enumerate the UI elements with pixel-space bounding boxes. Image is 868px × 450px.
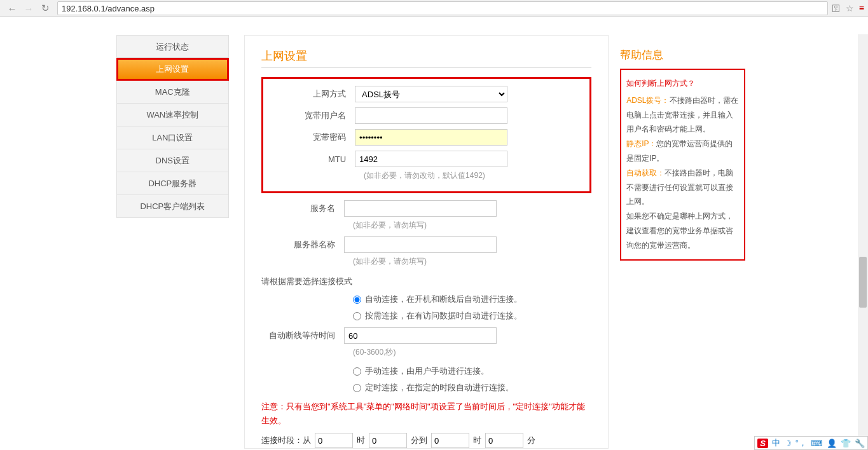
section-connect-mode: 请根据需要选择连接模式	[261, 276, 591, 287]
ime-keyboard-icon[interactable]: ⌨	[811, 439, 823, 448]
ime-lang[interactable]: 中	[772, 437, 780, 449]
help-auto-key: 自动获取：	[626, 168, 665, 177]
time-to-hour[interactable]	[431, 433, 469, 448]
service-hint: (如非必要，请勿填写)	[261, 220, 591, 231]
sidebar-item-dhcp-server[interactable]: DHCP服务器	[116, 172, 230, 195]
server-hint: (如非必要，请勿填写)	[261, 256, 591, 267]
ime-skin-icon[interactable]: 👕	[841, 439, 851, 448]
sidebar-item-dns[interactable]: DNS设置	[116, 149, 230, 172]
help-adsl-key: ADSL拨号：	[626, 96, 669, 105]
sidebar-item-mac-clone[interactable]: MAC克隆	[116, 81, 230, 104]
sidebar: 运行状态 上网设置 MAC克隆 WAN速率控制 LAN口设置 DNS设置 DHC…	[116, 35, 230, 449]
key-icon[interactable]: ⚿	[832, 3, 841, 13]
ime-bar[interactable]: S 中 ☽ °， ⌨ 👤 👕 🔧	[754, 436, 868, 450]
page-title: 上网设置	[261, 48, 591, 68]
server-input[interactable]	[344, 236, 497, 253]
time-from-hour[interactable]	[315, 433, 353, 448]
menu-icon[interactable]: ≡	[859, 3, 864, 13]
radio-timed[interactable]	[353, 384, 361, 392]
sidebar-item-wan-speed[interactable]: WAN速率控制	[116, 104, 230, 126]
scrollbar-thumb[interactable]	[859, 257, 867, 308]
radio-demand-label: 按需连接，在有访问数据时自动进行连接。	[365, 310, 522, 322]
primary-settings-box: 上网方式 ADSL拨号 宽带用户名 宽带密码 MTU	[261, 77, 591, 193]
conn-type-label: 上网方式	[272, 88, 355, 100]
forward-button[interactable]: →	[20, 1, 37, 15]
radio-manual-label: 手动连接，由用户手动进行连接。	[365, 365, 489, 377]
ime-moon-icon[interactable]: ☽	[784, 439, 792, 448]
help-question: 如何判断上网方式？	[626, 76, 739, 91]
time-from-min[interactable]	[369, 433, 407, 448]
mtu-input[interactable]	[355, 151, 507, 167]
sogou-icon[interactable]: S	[757, 439, 768, 448]
main-panel: 上网设置 上网方式 ADSL拨号 宽带用户名 宽带密码	[244, 35, 609, 449]
url-text: 192.168.0.1/advance.asp	[62, 4, 155, 13]
help-footer: 如果您不确定是哪种上网方式，建议查看您的宽带业务单据或咨询您的宽带运营商。	[626, 209, 739, 252]
mtu-hint: (如非必要，请勿改动，默认值1492)	[272, 170, 581, 181]
browser-toolbar: ← → ↻ 192.168.0.1/advance.asp ⚿ ☆ ≡	[0, 0, 868, 17]
radio-demand[interactable]	[353, 312, 361, 320]
radio-auto[interactable]	[353, 296, 361, 304]
idle-hint: (60-3600,秒)	[261, 347, 591, 358]
help-title: 帮助信息	[620, 48, 745, 62]
page: 运行状态 上网设置 MAC克隆 WAN速率控制 LAN口设置 DNS设置 DHC…	[0, 17, 868, 450]
scrollbar[interactable]	[858, 34, 868, 450]
username-input[interactable]	[355, 107, 507, 124]
radio-manual[interactable]	[353, 367, 361, 376]
server-label: 服务器名称	[261, 239, 344, 250]
star-icon[interactable]: ☆	[846, 3, 854, 13]
help-static-key: 静态IP：	[626, 139, 656, 148]
password-input[interactable]	[355, 129, 507, 146]
address-bar[interactable]: 192.168.0.1/advance.asp	[57, 1, 828, 15]
service-label: 服务名	[261, 203, 344, 214]
help-box: 如何判断上网方式？ ADSL拨号：不接路由器时，需在电脑上点击宽带连接，并且输入…	[620, 69, 745, 261]
sidebar-item-dhcp-clients[interactable]: DHCP客户端列表	[116, 195, 230, 218]
back-button[interactable]: ←	[4, 1, 20, 15]
username-label: 宽带用户名	[272, 110, 355, 121]
sidebar-item-status[interactable]: 运行状态	[116, 35, 230, 58]
idle-label: 自动断线等待时间	[261, 330, 344, 341]
time-to-min[interactable]	[485, 433, 523, 448]
radio-auto-label: 自动连接，在开机和断线后自动进行连接。	[365, 294, 522, 305]
time-range-row: 连接时段：从 时 分到 时 分	[261, 433, 591, 448]
conn-type-select[interactable]: ADSL拨号	[355, 86, 507, 102]
sidebar-item-lan[interactable]: LAN口设置	[116, 126, 230, 149]
notice-text: 注意：只有当您到"系统工具"菜单的"网络时间"项设置了当前时间后，"定时连接"功…	[261, 400, 591, 428]
idle-input[interactable]	[344, 327, 497, 344]
help-panel: 帮助信息 如何判断上网方式？ ADSL拨号：不接路由器时，需在电脑上点击宽带连接…	[620, 35, 752, 449]
ime-punct-icon[interactable]: °，	[796, 437, 807, 449]
ime-tool-icon[interactable]: 🔧	[855, 439, 865, 448]
sidebar-item-wan-settings[interactable]: 上网设置	[116, 58, 230, 81]
mtu-label: MTU	[272, 154, 355, 164]
reload-button[interactable]: ↻	[37, 1, 53, 15]
password-label: 宽带密码	[272, 132, 355, 143]
ime-account-icon[interactable]: 👤	[827, 439, 837, 448]
service-input[interactable]	[344, 200, 497, 217]
radio-timed-label: 定时连接，在指定的时段自动进行连接。	[365, 382, 514, 393]
